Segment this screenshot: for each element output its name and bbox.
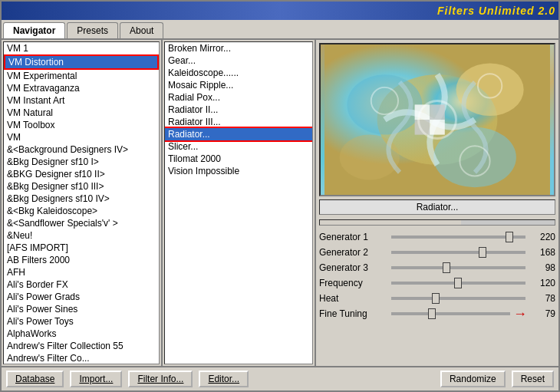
sliders-container: Generator 1220Generator 2168Generator 39…: [319, 229, 555, 322]
slider-thumb[interactable]: [454, 278, 462, 288]
left-list-item[interactable]: VM Extravaganza: [4, 82, 159, 94]
preview-image: [319, 43, 555, 196]
left-list-item[interactable]: VM Instant Art: [4, 94, 159, 107]
slider-row: Heat78: [319, 292, 555, 305]
reset-button[interactable]: Reset: [512, 371, 554, 387]
main-content: VM 1VM DistortionVM ExperimentalVM Extra…: [2, 40, 558, 366]
slider-thumb[interactable]: [479, 247, 486, 258]
slider-row: Fine Tuning→79: [319, 307, 555, 321]
title-bar: Filters Unlimited 2.0: [2, 2, 558, 20]
middle-panel: Broken Mirror...Gear...Kaleidoscope.....…: [163, 40, 316, 366]
main-window: Filters Unlimited 2.0 Navigator Presets …: [0, 0, 560, 392]
left-list-item[interactable]: VM 1: [4, 42, 159, 54]
slider-label: Generator 1: [319, 232, 388, 242]
left-list-item[interactable]: &<Background Designers IV>: [4, 143, 159, 156]
tab-presets[interactable]: Presets: [67, 22, 118, 38]
left-list-item[interactable]: &BKG Designer sf10 II>: [4, 168, 159, 180]
left-list-item[interactable]: VM Natural: [4, 107, 159, 119]
middle-list-item[interactable]: Radial Pox...: [165, 91, 312, 104]
slider-label: Fine Tuning: [319, 308, 388, 319]
slider-value: 168: [529, 247, 555, 258]
left-list-item[interactable]: AlphaWorks: [4, 328, 159, 340]
slider-value: 120: [529, 278, 555, 288]
left-list-item[interactable]: &Neu!: [4, 229, 159, 242]
slider-track[interactable]: [391, 251, 525, 254]
filter-name-bar: Radiator...: [319, 199, 555, 215]
right-panel: Radiator... Generator 1220Generator 2168…: [316, 40, 558, 366]
slider-label: Generator 3: [319, 262, 388, 273]
slider-track[interactable]: [391, 266, 525, 269]
middle-list[interactable]: Broken Mirror...Gear...Kaleidoscope.....…: [164, 41, 313, 364]
left-list-item[interactable]: &Bkg Designer sf10 III>: [4, 180, 159, 193]
slider-thumb[interactable]: [443, 262, 450, 273]
slider-track[interactable]: [391, 297, 525, 300]
database-button[interactable]: Database: [6, 371, 64, 387]
tab-about[interactable]: About: [120, 22, 163, 38]
progress-bar-fill: [320, 220, 461, 225]
left-list-item[interactable]: AB Filters 2000: [4, 254, 159, 266]
middle-list-item[interactable]: Radiator II...: [165, 104, 312, 116]
slider-value: 78: [529, 293, 555, 304]
left-list-item[interactable]: VM Distortion: [4, 54, 159, 70]
slider-row: Generator 2168: [319, 245, 555, 259]
left-list-item[interactable]: &<Bkg Kaleidoscope>: [4, 205, 159, 217]
slider-label: Heat: [319, 293, 388, 304]
preview-svg: [321, 44, 554, 195]
title-bar-text: Filters Unlimited 2.0: [437, 5, 555, 17]
slider-track[interactable]: [391, 282, 525, 285]
middle-list-item[interactable]: Kaleidoscope......: [165, 67, 312, 79]
slider-thumb[interactable]: [432, 293, 440, 304]
slider-value: 98: [529, 262, 555, 273]
middle-list-item[interactable]: Vision Impossible: [165, 165, 312, 177]
middle-list-item[interactable]: Gear...: [165, 54, 312, 67]
import-button[interactable]: Import...: [70, 371, 122, 387]
middle-list-item[interactable]: Broken Mirror...: [165, 42, 312, 54]
left-list-item[interactable]: Andrew's Filter Collection 55: [4, 340, 159, 352]
left-list-item[interactable]: Ali's Power Grads: [4, 291, 159, 303]
middle-list-item[interactable]: Tilomat 2000: [165, 153, 312, 165]
left-list-item[interactable]: AFH: [4, 266, 159, 278]
left-list-item[interactable]: VM: [4, 131, 159, 143]
tab-bar: Navigator Presets About: [2, 20, 558, 40]
left-list-item[interactable]: Ali's Power Toys: [4, 315, 159, 328]
slider-thumb[interactable]: [428, 308, 436, 319]
slider-row: Frequency120: [319, 276, 555, 290]
slider-label: Generator 2: [319, 247, 388, 258]
slider-row: Generator 1220: [319, 230, 555, 244]
slider-label: Frequency: [319, 278, 388, 288]
left-panel: VM 1VM DistortionVM ExperimentalVM Extra…: [2, 40, 163, 366]
svg-rect-9: [430, 120, 445, 135]
left-list-item[interactable]: VM Experimental: [4, 70, 159, 82]
tab-navigator[interactable]: Navigator: [3, 22, 65, 38]
middle-list-item[interactable]: Slicer...: [165, 140, 312, 153]
left-list-item[interactable]: Ali's Border FX: [4, 278, 159, 291]
bottom-toolbar: Database Import... Filter Info... Editor…: [2, 366, 558, 390]
left-list-item[interactable]: &Bkg Designer sf10 I>: [4, 156, 159, 168]
left-list-item[interactable]: Ali's Power Sines: [4, 303, 159, 315]
left-list-item[interactable]: Andrew's Filter Co...: [4, 352, 159, 364]
slider-value: 220: [529, 232, 555, 242]
middle-list-item[interactable]: Mosaic Ripple...: [165, 79, 312, 91]
progress-bar: [319, 219, 555, 226]
left-list-item[interactable]: VM Toolbox: [4, 119, 159, 131]
left-list-item[interactable]: [AFS IMPORT]: [4, 242, 159, 254]
middle-list-item[interactable]: Radiator III...: [165, 116, 312, 128]
left-list-item[interactable]: &<Sandflower Specials'v' >: [4, 217, 159, 229]
left-list[interactable]: VM 1VM DistortionVM ExperimentalVM Extra…: [3, 41, 160, 364]
slider-row: Generator 398: [319, 261, 555, 275]
filter-info-button[interactable]: Filter Info...: [128, 371, 193, 387]
slider-thumb[interactable]: [506, 232, 513, 242]
arrow-icon: →: [513, 306, 527, 322]
slider-track[interactable]: [391, 312, 510, 315]
slider-track[interactable]: [391, 236, 525, 239]
svg-rect-7: [430, 104, 445, 120]
editor-button[interactable]: Editor...: [199, 371, 249, 387]
slider-value: 79: [529, 308, 555, 319]
randomize-button[interactable]: Randomize: [440, 371, 506, 387]
left-list-item[interactable]: &Bkg Designers sf10 IV>: [4, 193, 159, 205]
middle-list-item[interactable]: Radiator...: [165, 128, 312, 140]
